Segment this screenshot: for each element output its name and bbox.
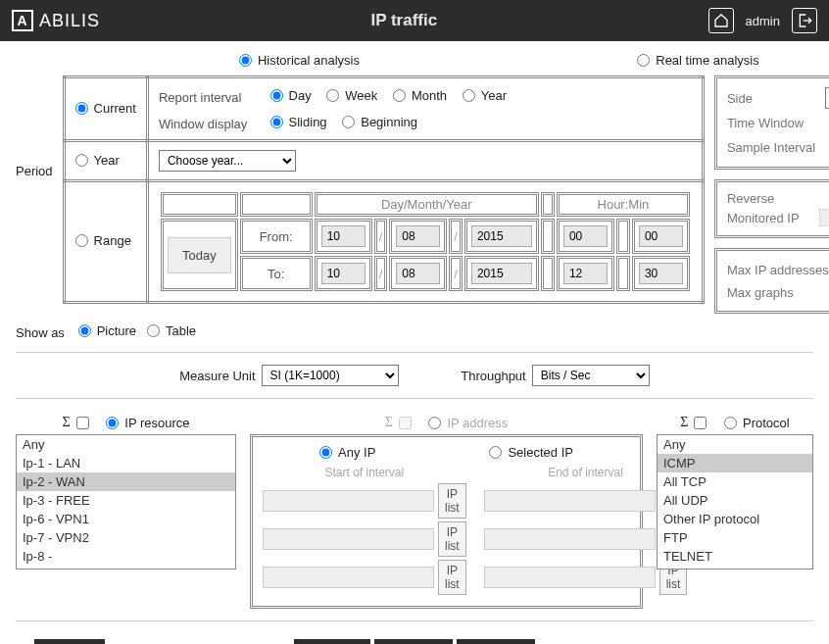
list-item[interactable]: FTP bbox=[658, 528, 812, 547]
to-month-input[interactable] bbox=[396, 263, 440, 284]
period-year-radio[interactable]: Year bbox=[75, 153, 120, 168]
end-ip-input-3 bbox=[484, 567, 656, 588]
list-item[interactable]: Ip-6 - VPN1 bbox=[17, 510, 235, 528]
iplist-button[interactable]: IP list bbox=[438, 483, 466, 519]
list-item[interactable]: Any bbox=[658, 435, 812, 454]
ipaddr-radio[interactable]: IP address bbox=[428, 416, 508, 430]
list-item[interactable]: All TCP bbox=[658, 472, 812, 491]
side-select[interactable]: Local bbox=[825, 87, 829, 109]
period-range-radio[interactable]: Range bbox=[75, 233, 131, 248]
logout-icon[interactable] bbox=[792, 8, 817, 33]
start-ip-input-3 bbox=[263, 567, 434, 588]
list-item[interactable]: Ip-11 - bbox=[17, 566, 235, 570]
from-min-input[interactable] bbox=[639, 225, 683, 247]
home-icon[interactable] bbox=[708, 8, 734, 33]
showas-label: Show as bbox=[16, 325, 74, 340]
brand-text: ABILIS bbox=[39, 11, 100, 31]
start-ip-input-1 bbox=[263, 490, 434, 512]
protocol-radio[interactable]: Protocol bbox=[724, 416, 790, 430]
period-current-radio[interactable]: Current bbox=[75, 101, 136, 116]
list-item[interactable]: TELNET bbox=[658, 547, 812, 566]
list-item[interactable]: Ip-7 - VPN2 bbox=[17, 528, 235, 547]
end-ip-input-2 bbox=[484, 528, 656, 550]
to-min-input[interactable] bbox=[639, 263, 683, 284]
list-item[interactable]: Ip-8 - bbox=[17, 547, 235, 566]
start-ip-input-2 bbox=[263, 528, 434, 550]
period-label: Period bbox=[16, 75, 53, 178]
window-display-label: Window display bbox=[159, 117, 261, 131]
top20-button[interactable]: TOP20 bbox=[457, 639, 535, 644]
list-item[interactable]: ICMP bbox=[658, 454, 812, 472]
year-select[interactable]: Choose year... bbox=[159, 150, 296, 172]
to-hour-input[interactable] bbox=[563, 263, 608, 284]
window-sliding-radio[interactable]: Sliding bbox=[270, 115, 327, 129]
realtime-settings-box: Side Local Time Window 300 (sec) Sample … bbox=[714, 75, 829, 170]
iplist-button[interactable]: IP list bbox=[438, 560, 466, 595]
to-year-input[interactable] bbox=[471, 263, 532, 284]
list-item[interactable]: SMTP bbox=[658, 566, 812, 570]
list-item[interactable]: All UDP bbox=[658, 491, 812, 510]
end-ip-input-1 bbox=[484, 490, 656, 512]
list-item[interactable]: Other IP protocol bbox=[658, 510, 812, 528]
measure-unit-select[interactable]: SI (1K=1000) bbox=[262, 365, 399, 386]
brand-logo: A ABILIS bbox=[12, 10, 100, 31]
today-button[interactable]: Today bbox=[168, 237, 231, 273]
ipres-radio[interactable]: IP resource bbox=[106, 416, 189, 430]
throughput-select[interactable]: Bits / Sec bbox=[532, 365, 650, 386]
protocol-list[interactable]: AnyICMPAll TCPAll UDPOther IP protocolFT… bbox=[657, 434, 813, 570]
from-year-input[interactable] bbox=[471, 225, 532, 247]
ip-address-box: Any IP Selected IP Start of interval IP … bbox=[250, 434, 643, 609]
period-box: Current Report interval Day Week Month Y… bbox=[63, 75, 705, 304]
from-day-input[interactable] bbox=[321, 225, 366, 247]
ip-resource-list[interactable]: AnyIp-1 - LANIp-2 - WANIp-3 - FREEIp-6 -… bbox=[16, 434, 236, 570]
top10-button[interactable]: TOP10 bbox=[374, 639, 453, 644]
monitored-ip-input bbox=[819, 209, 829, 226]
list-item[interactable]: Ip-2 - WAN bbox=[17, 472, 235, 491]
mode-realtime-radio[interactable]: Real time analysis bbox=[637, 53, 759, 68]
interval-week-radio[interactable]: Week bbox=[326, 88, 377, 103]
reset-button[interactable]: Reset bbox=[34, 639, 106, 644]
throughput-label: Throughput bbox=[461, 369, 526, 383]
report-button[interactable]: Report bbox=[294, 639, 370, 644]
list-item[interactable]: Ip-1 - LAN bbox=[17, 454, 235, 472]
sigma-proto-checkbox[interactable] bbox=[694, 417, 707, 429]
interval-month-radio[interactable]: Month bbox=[393, 88, 447, 103]
showas-picture-radio[interactable]: Picture bbox=[78, 323, 136, 338]
max-box: Max IP addresses Max graphs bbox=[714, 248, 829, 314]
monitor-box: Reverse Monitored IP bbox=[714, 179, 829, 238]
anyip-radio[interactable]: Any IP bbox=[319, 445, 375, 460]
logo-icon: A bbox=[12, 10, 33, 31]
selectedip-radio[interactable]: Selected IP bbox=[489, 445, 573, 460]
hm-header: Hour:Min bbox=[557, 192, 690, 217]
sigma-ipres-checkbox[interactable] bbox=[76, 417, 89, 429]
iplist-button[interactable]: IP list bbox=[438, 521, 466, 557]
to-day-input[interactable] bbox=[321, 263, 366, 284]
from-month-input[interactable] bbox=[396, 225, 440, 247]
measure-label: Measure Unit bbox=[179, 369, 255, 383]
page-title: IP traffic bbox=[100, 11, 708, 30]
window-beginning-radio[interactable]: Beginning bbox=[342, 115, 417, 129]
list-item[interactable]: Any bbox=[17, 435, 235, 454]
report-interval-label: Report interval bbox=[159, 90, 261, 105]
sigma-ipaddr-checkbox bbox=[399, 417, 412, 429]
interval-day-radio[interactable]: Day bbox=[270, 88, 312, 103]
dmy-header: Day/Month/Year bbox=[315, 192, 539, 217]
mode-historical-radio[interactable]: Historical analysis bbox=[239, 53, 360, 68]
from-hour-input[interactable] bbox=[563, 225, 608, 247]
list-item[interactable]: Ip-3 - FREE bbox=[17, 491, 235, 510]
interval-year-radio[interactable]: Year bbox=[463, 88, 507, 103]
user-label: admin bbox=[746, 14, 780, 28]
showas-table-radio[interactable]: Table bbox=[147, 323, 196, 338]
